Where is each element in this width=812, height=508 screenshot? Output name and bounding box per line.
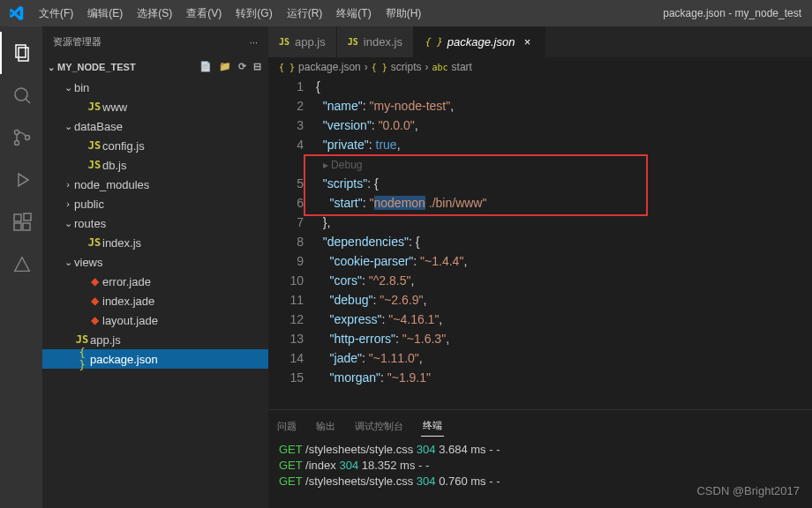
tree-item-label: index.jade	[102, 295, 154, 308]
code-line[interactable]: "cors": "^2.8.5",	[316, 271, 812, 290]
search-icon[interactable]	[0, 74, 42, 116]
js-file-icon: JS	[86, 101, 102, 113]
tree-item-label: routes	[74, 217, 106, 230]
tree-folder[interactable]: ⌄dataBase	[42, 116, 268, 136]
tree-file[interactable]: JSindex.js	[42, 233, 268, 252]
tree-item-label: index.js	[102, 236, 141, 250]
svg-point-2	[15, 88, 27, 101]
panel-tab[interactable]: 终端	[421, 415, 444, 437]
file-tree: ⌄binJSwww⌄dataBaseJSconfig.jsJSdb.js›nod…	[42, 76, 268, 508]
refresh-icon[interactable]: ⟳	[237, 59, 248, 74]
code-line[interactable]: "start": "nodemon ./bin/www"	[316, 193, 812, 213]
js-file-icon: JS	[86, 139, 102, 152]
tree-item-label: db.js	[102, 159, 126, 172]
json-file-icon: { }	[425, 36, 442, 48]
code-line[interactable]: "version": "0.0.0",	[316, 116, 812, 135]
menu-bar: 文件(F)编辑(E)选择(S)查看(V)转到(G)运行(R)终端(T)帮助(H)	[32, 0, 428, 26]
activity-bar	[0, 26, 42, 508]
tree-item-label: node_modules	[74, 178, 149, 191]
panel-tab[interactable]: 调试控制台	[353, 416, 405, 437]
code-line[interactable]: "jade": "~1.11.0",	[316, 348, 812, 368]
code-line[interactable]: "http-errors": "~1.6.3",	[316, 329, 812, 348]
tree-item-label: app.js	[90, 333, 121, 347]
code-line[interactable]: "private": true,	[316, 135, 812, 154]
code-line[interactable]: ▸ Debug	[316, 154, 812, 174]
menu-item[interactable]: 运行(R)	[280, 0, 330, 26]
tree-folder[interactable]: ⌄bin	[42, 78, 268, 97]
tree-folder[interactable]: ›node_modules	[42, 175, 268, 194]
breadcrumb-item[interactable]: abcstart	[432, 61, 472, 73]
debug-icon[interactable]	[0, 159, 42, 201]
menu-item[interactable]: 转到(G)	[229, 0, 279, 26]
breadcrumbs[interactable]: { }package.json›{ }scripts›abcstart	[268, 57, 812, 77]
chevron-icon: ⌄	[62, 257, 74, 268]
svg-rect-10	[23, 223, 30, 230]
code-line[interactable]: "name": "my-node-test",	[316, 96, 812, 116]
tree-file[interactable]: { }package.json	[42, 349, 268, 369]
panel-tab[interactable]: 输出	[314, 416, 337, 437]
code-line[interactable]: "cookie-parser": "~1.4.4",	[316, 251, 812, 271]
extensions-icon[interactable]	[0, 201, 42, 243]
new-folder-icon[interactable]: 📁	[217, 59, 233, 74]
tree-folder[interactable]: ⌄routes	[42, 213, 268, 233]
code-editor[interactable]: 123456789101112131415 { "name": "my-node…	[268, 77, 812, 409]
watermark: CSDN @Bright2017	[696, 484, 800, 497]
tree-folder[interactable]: ⌄views	[42, 252, 268, 272]
menu-item[interactable]: 查看(V)	[179, 0, 229, 26]
collapse-icon[interactable]: ⊟	[252, 59, 263, 74]
tree-file[interactable]: ◆error.jade	[42, 272, 268, 291]
js-file-icon: JS	[86, 236, 102, 249]
jade-file-icon: ◆	[86, 275, 102, 288]
sidebar-explorer: 资源管理器 ··· ⌄MY_NODE_TEST 📄 📁 ⟳ ⊟ ⌄binJSww…	[42, 26, 268, 508]
chevron-icon: ›	[62, 179, 74, 190]
js-file-icon: JS	[348, 37, 358, 47]
close-icon[interactable]: ×	[520, 35, 534, 49]
tree-folder[interactable]: ›public	[42, 194, 268, 213]
code-line[interactable]: "dependencies": {	[316, 232, 812, 251]
tree-file[interactable]: ◆layout.jade	[42, 310, 268, 330]
editor-tab[interactable]: { }package.json×	[414, 26, 546, 57]
folder-header[interactable]: ⌄MY_NODE_TEST 📄 📁 ⟳ ⊟	[42, 57, 268, 76]
tree-item-label: layout.jade	[102, 314, 158, 327]
code-line[interactable]: "express": "~4.16.1",	[316, 310, 812, 329]
svg-rect-11	[24, 213, 31, 220]
window-title: package.json - my_node_test	[428, 7, 812, 19]
tree-item-label: config.js	[102, 139, 145, 153]
terminal-line: GET /index 304 18.352 ms - -	[279, 458, 801, 474]
tree-file[interactable]: JSdb.js	[42, 155, 268, 175]
new-file-icon[interactable]: 📄	[198, 59, 214, 74]
code-line[interactable]: "debug": "~2.6.9",	[316, 290, 812, 310]
panel-tab[interactable]: 问题	[275, 416, 298, 437]
source-control-icon[interactable]	[0, 116, 42, 159]
editor-tab[interactable]: JSindex.js	[337, 26, 414, 57]
menu-item[interactable]: 文件(F)	[32, 0, 80, 26]
svg-line-3	[26, 99, 30, 103]
menu-item[interactable]: 终端(T)	[329, 0, 378, 26]
triangle-icon[interactable]	[0, 243, 42, 286]
breadcrumb-item[interactable]: { }scripts	[372, 61, 422, 73]
tab-label: app.js	[295, 35, 326, 49]
menu-item[interactable]: 帮助(H)	[379, 0, 429, 26]
tree-file[interactable]: ◆index.jade	[42, 291, 268, 310]
tree-item-label: bin	[74, 81, 89, 94]
code-line[interactable]: "morgan": "~1.9.1"	[316, 368, 812, 387]
svg-rect-8	[14, 214, 21, 221]
code-line[interactable]: {	[316, 77, 812, 96]
editor-tab[interactable]: JSapp.js	[268, 26, 337, 57]
tree-file[interactable]: JSconfig.js	[42, 136, 268, 155]
more-icon[interactable]: ···	[250, 37, 258, 48]
tree-file[interactable]: JSwww	[42, 97, 268, 116]
json-file-icon: { }	[74, 347, 90, 371]
tree-item-label: error.jade	[102, 275, 151, 288]
explorer-icon[interactable]	[0, 32, 42, 74]
js-file-icon: JS	[74, 333, 90, 346]
svg-marker-7	[19, 174, 28, 186]
tree-item-label: www	[102, 101, 127, 114]
menu-item[interactable]: 选择(S)	[130, 0, 179, 26]
js-file-icon: JS	[279, 37, 289, 47]
code-line[interactable]: },	[316, 213, 812, 232]
menu-item[interactable]: 编辑(E)	[80, 0, 130, 26]
code-line[interactable]: "scripts": {	[316, 174, 812, 193]
breadcrumb-item[interactable]: { }package.json	[279, 61, 361, 73]
svg-rect-1	[19, 48, 28, 61]
